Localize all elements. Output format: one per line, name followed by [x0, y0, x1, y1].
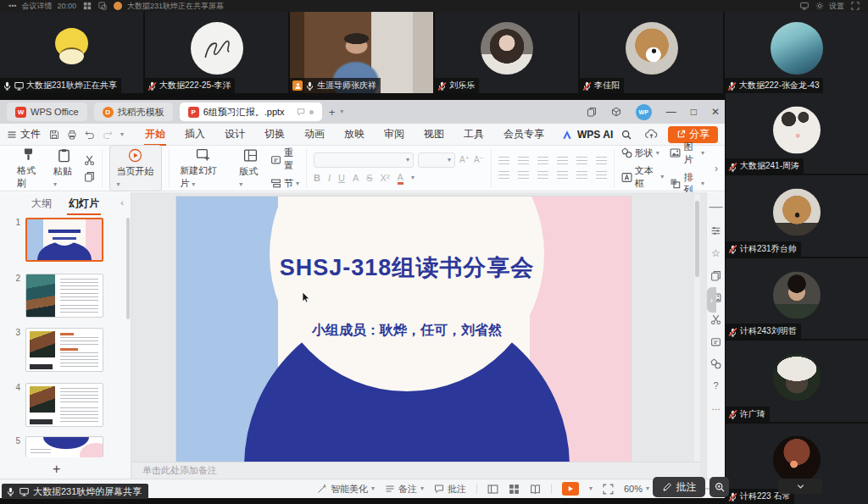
bullets-button[interactable]	[498, 157, 509, 165]
menu-review[interactable]: 审阅	[383, 124, 405, 145]
print-icon[interactable]	[67, 130, 77, 140]
section-button[interactable]: 节▾	[270, 177, 299, 190]
favorites-icon[interactable]: ☆	[711, 247, 721, 259]
comment-button[interactable]: 批注	[434, 483, 466, 496]
participant-tile[interactable]: 计科243刘明哲	[726, 258, 868, 339]
slide-layout-button[interactable]: 版式 ▾	[236, 147, 264, 190]
textbox-button[interactable]: 文本框▾	[621, 164, 665, 190]
bold-button[interactable]: B	[314, 173, 320, 183]
font-family-select[interactable]: ▾	[314, 152, 414, 168]
search-icon[interactable]	[621, 130, 632, 140]
fit-slide-button[interactable]	[603, 484, 614, 495]
new-tab-button[interactable]: +	[329, 106, 336, 119]
save-icon[interactable]	[49, 130, 59, 140]
cloud-sync-icon[interactable]	[645, 129, 658, 140]
notes-button[interactable]: 备注▾	[385, 483, 424, 496]
notes-placeholder[interactable]: 单击此处添加备注	[132, 462, 700, 479]
participant-tile[interactable]: 大数据222-张金龙-43	[725, 12, 868, 93]
superscript-button[interactable]: X²	[381, 173, 390, 183]
font-smaller-button[interactable]: A⁻	[474, 155, 484, 164]
panel-collapse-chevron[interactable]: ‹	[120, 197, 124, 208]
float-window-icon[interactable]	[98, 2, 107, 10]
align-right-button[interactable]	[537, 171, 548, 180]
slide-thumbnail-row[interactable]: 5	[0, 436, 131, 457]
menu-animation[interactable]: 动画	[303, 124, 326, 145]
menu-insert[interactable]: 插入	[184, 124, 206, 145]
slideshow-play-button[interactable]	[562, 482, 579, 496]
menu-home[interactable]: 开始	[144, 124, 166, 145]
panel-scrollbar[interactable]	[126, 218, 130, 319]
menu-slideshow[interactable]: 放映	[343, 124, 365, 145]
zoom-level[interactable]: 60%▾	[624, 484, 649, 494]
tab-document-active[interactable]: P 6组预习汇报。.pptx	[180, 102, 322, 121]
meeting-info[interactable]: ••• 会议详情 20:00	[8, 1, 76, 12]
tab-wps-home[interactable]: W WPS Office	[7, 102, 87, 121]
settings-button[interactable]: 设置	[815, 1, 844, 12]
align-center-button[interactable]	[518, 171, 529, 180]
tab-list-chevron[interactable]: ▾	[340, 108, 343, 115]
menu-design[interactable]: 设计	[224, 124, 246, 145]
text-direction-button[interactable]	[596, 157, 607, 165]
object-properties-icon[interactable]	[710, 225, 721, 236]
justify-button[interactable]	[557, 171, 568, 180]
slide-thumbnail-row[interactable]: 3	[0, 328, 131, 372]
participant-tile[interactable]: 刘乐乐	[435, 12, 578, 93]
tab-docer-templates[interactable]: D 找稻壳模板	[94, 102, 173, 121]
align-left-button[interactable]	[498, 171, 509, 180]
smart-beautify-button[interactable]: 智能美化▾	[317, 483, 375, 496]
underline-button[interactable]: U	[338, 173, 345, 183]
doc-protect-icon[interactable]	[297, 108, 305, 116]
char-spacing-button[interactable]: A	[353, 173, 359, 183]
quickbar-chevron[interactable]: ▾	[120, 131, 124, 138]
menu-transition[interactable]: 切换	[264, 124, 286, 145]
line-spacing-button[interactable]	[576, 157, 587, 165]
minimize-button[interactable]: —	[666, 107, 676, 117]
participant-tile[interactable]: 大数据231耿烨正在共享	[0, 12, 143, 93]
rail-expand-handle[interactable]: ›	[707, 287, 716, 313]
more-tools-icon[interactable]: …	[711, 402, 721, 412]
strikethrough-button[interactable]: S	[366, 173, 372, 183]
meeting-magnifier-button[interactable]	[709, 477, 729, 497]
template-panel-icon[interactable]	[710, 336, 721, 347]
new-slide-button[interactable]: 新建幻灯片 ▾	[176, 146, 230, 191]
menu-member[interactable]: 会员专享	[503, 124, 545, 145]
participant-tile[interactable]: 大数据241-周涛	[726, 93, 868, 174]
slide-2-thumbnail[interactable]	[25, 274, 103, 318]
add-slide-button[interactable]: +	[53, 462, 60, 477]
participant-tile[interactable]: 大数据222-25-李洋	[145, 12, 288, 93]
canvas-scrollbar[interactable]	[694, 194, 700, 480]
slide-thumbnail-row[interactable]: 1	[0, 218, 131, 262]
crop-tools-icon[interactable]	[710, 314, 721, 325]
fullscreen-icon[interactable]	[851, 2, 860, 10]
participant-tile[interactable]: 李佳阳	[580, 12, 723, 93]
slide-thumbnail-row[interactable]: 2	[0, 274, 131, 318]
tab-outline[interactable]: 大纲	[30, 193, 53, 214]
meeting-annotate-button[interactable]: 批注	[653, 477, 705, 497]
copy-icon[interactable]	[84, 171, 95, 182]
font-color-button[interactable]: A	[398, 172, 403, 185]
slide-3-thumbnail[interactable]	[25, 328, 103, 372]
app-center-icon[interactable]	[611, 107, 621, 117]
sidebar-collapse-button[interactable]	[778, 479, 822, 494]
current-slide[interactable]: SHSJ-318组读书分享会 小组成员：耿烨，任可，刘省然	[176, 197, 631, 463]
cut-icon[interactable]	[84, 155, 95, 166]
undo-icon[interactable]	[85, 130, 95, 140]
copy-panel-icon[interactable]	[710, 270, 721, 281]
numbering-button[interactable]	[518, 157, 529, 165]
collapse-rail-icon[interactable]: —	[709, 199, 723, 214]
italic-button[interactable]: I	[328, 173, 331, 183]
redo-icon[interactable]	[103, 130, 113, 140]
file-menu-button[interactable]: 文件	[7, 127, 41, 141]
maximize-button[interactable]: □	[691, 107, 697, 117]
participant-tile[interactable]: 生涯导师张庆祥	[290, 12, 433, 93]
play-from-current-button[interactable]: 当页开始 ▾	[109, 145, 163, 191]
reset-slide-button[interactable]: 重置	[270, 147, 299, 172]
close-button[interactable]: ✕	[711, 107, 720, 117]
participant-tile[interactable]: 计科231乔台帅	[726, 175, 868, 256]
tab-slides[interactable]: 幻灯片	[67, 193, 101, 214]
paste-button[interactable]: 粘贴 ▾	[50, 147, 78, 190]
slide-5-thumbnail[interactable]	[25, 436, 103, 457]
picture-button[interactable]: 图片▾	[670, 141, 704, 166]
toolbar-expand-chevron[interactable]: ›	[711, 149, 721, 187]
shapes-button[interactable]: 形状▾	[621, 147, 665, 159]
